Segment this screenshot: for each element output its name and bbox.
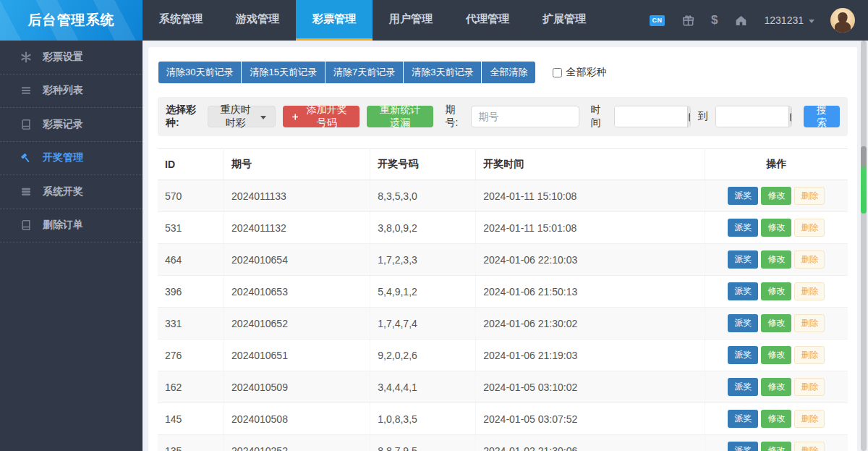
issue-input[interactable]	[471, 106, 579, 127]
sidebar-item[interactable]: 开奖管理	[0, 142, 142, 176]
cell-actions: 派奖修改删除	[705, 244, 848, 276]
all-lottery-checkbox-wrap[interactable]: 全部彩种	[553, 66, 606, 79]
edit-button[interactable]: 修改	[761, 187, 791, 205]
delete-button[interactable]: 删除	[794, 378, 825, 396]
nav-tab[interactable]: 彩票管理	[296, 0, 373, 41]
table-row: 13520240102528,8,7,9,52024-01-02 21:30:0…	[158, 435, 848, 451]
award-button[interactable]: 派奖	[728, 378, 758, 396]
scrollbar-thumb[interactable]	[861, 146, 867, 214]
edit-button[interactable]: 修改	[761, 282, 791, 300]
sidebar-item[interactable]: 系统开奖	[0, 175, 142, 209]
award-button[interactable]: 派奖	[728, 282, 758, 300]
filter-bar: 选择彩种: 重庆时时彩 添加开奖号码 重新统计遗漏 期号: 时间	[158, 97, 848, 136]
table-header-row: ID期号开奖号码开奖时间操作	[158, 149, 848, 180]
server-icon	[20, 185, 32, 198]
award-button[interactable]: 派奖	[728, 314, 758, 332]
delete-button[interactable]: 删除	[794, 442, 825, 451]
clear-records-button[interactable]: 清除7天前记录	[326, 62, 403, 83]
delete-button[interactable]: 删除	[794, 187, 825, 205]
nav-tab[interactable]: 扩展管理	[526, 0, 603, 41]
award-button[interactable]: 派奖	[728, 410, 758, 428]
lottery-type-value: 重庆时时彩	[217, 104, 255, 130]
time-from-input[interactable]	[615, 106, 687, 127]
list-icon	[20, 85, 32, 97]
vertical-scrollbar[interactable]	[861, 41, 867, 451]
table-row: 27620240106519,2,0,2,62024-01-06 21:19:0…	[158, 340, 848, 371]
cell-id: 464	[158, 244, 224, 276]
sidebar-item[interactable]: 删除订单	[0, 209, 142, 243]
user-menu[interactable]: 1231231	[764, 14, 814, 26]
delete-button[interactable]: 删除	[794, 410, 825, 428]
time-label: 时间	[591, 104, 607, 130]
sidebar: 彩票设置彩种列表彩票记录开奖管理系统开奖删除订单	[0, 41, 142, 451]
award-button[interactable]: 派奖	[728, 250, 758, 269]
edit-button[interactable]: 修改	[761, 410, 791, 428]
nav-tab[interactable]: 游戏管理	[219, 0, 296, 41]
delete-button[interactable]: 删除	[794, 314, 825, 332]
cell-actions: 派奖修改删除	[705, 212, 848, 244]
sidebar-item-label: 彩票记录	[43, 118, 83, 131]
add-draw-number-button[interactable]: 添加开奖号码	[283, 106, 359, 127]
table-row: 53120240111323,8,0,9,22024-01-11 15:01:0…	[158, 212, 848, 244]
calendar-icon[interactable]	[687, 106, 691, 127]
clear-records-button[interactable]: 清除15天前记录	[242, 62, 324, 83]
cell-issue: 2024010654	[224, 244, 370, 276]
cell-time: 2024-01-05 03:10:02	[476, 371, 705, 403]
award-button[interactable]: 派奖	[728, 442, 758, 451]
cell-issue: 2024011133	[224, 180, 370, 212]
calendar-icon[interactable]	[788, 106, 792, 127]
clear-records-button[interactable]: 清除30天前记录	[158, 62, 241, 83]
home-icon[interactable]	[733, 13, 748, 28]
edit-button[interactable]: 修改	[761, 442, 791, 451]
dollar-icon[interactable]: $	[711, 13, 718, 28]
edit-button[interactable]: 修改	[761, 378, 791, 396]
lottery-type-select[interactable]: 重庆时时彩	[208, 106, 276, 127]
delete-button[interactable]: 删除	[794, 346, 825, 364]
top-navbar: 后台管理系统 系统管理游戏管理彩票管理用户管理代理管理扩展管理 CN$ 1231…	[0, 0, 868, 41]
to-label: 到	[698, 110, 708, 123]
edit-button[interactable]: 修改	[761, 250, 791, 269]
sidebar-item-label: 开奖管理	[43, 151, 83, 164]
delete-button[interactable]: 删除	[794, 282, 825, 300]
cell-time: 2024-01-06 22:10:03	[476, 244, 705, 276]
nav-tab[interactable]: 系统管理	[142, 0, 219, 41]
nav-tab[interactable]: 代理管理	[449, 0, 526, 41]
cn-language-icon[interactable]: CN	[650, 15, 665, 26]
sidebar-item[interactable]: 彩种列表	[0, 75, 142, 109]
avatar[interactable]	[830, 8, 855, 33]
recount-missing-button[interactable]: 重新统计遗漏	[367, 106, 433, 127]
sidebar-item[interactable]: 彩票设置	[0, 41, 142, 75]
plus-icon	[292, 113, 299, 121]
sidebar-item-label: 删除订单	[43, 219, 83, 232]
award-button[interactable]: 派奖	[728, 346, 758, 364]
nav-tab[interactable]: 用户管理	[373, 0, 449, 41]
cell-id: 276	[158, 340, 224, 371]
column-header: 开奖时间	[476, 149, 705, 180]
clear-records-button[interactable]: 清除3天前记录	[404, 62, 481, 83]
table-row: 57020240111338,3,5,3,02024-01-11 15:10:0…	[158, 180, 848, 212]
cell-id: 145	[158, 403, 224, 435]
cell-numbers: 5,4,9,1,2	[370, 276, 476, 308]
edit-button[interactable]: 修改	[761, 314, 791, 332]
all-lottery-checkbox[interactable]	[553, 68, 562, 77]
edit-button[interactable]: 修改	[761, 219, 791, 237]
award-button[interactable]: 派奖	[728, 187, 758, 205]
cell-actions: 派奖修改删除	[705, 340, 848, 371]
time-to-group	[715, 106, 792, 127]
sidebar-item[interactable]: 彩票记录	[0, 108, 142, 142]
award-button[interactable]: 派奖	[728, 219, 758, 237]
add-draw-number-label: 添加开奖号码	[303, 104, 350, 130]
cell-issue: 2024010653	[224, 276, 370, 308]
delete-button[interactable]: 删除	[794, 219, 825, 237]
edit-button[interactable]: 修改	[761, 346, 791, 364]
cell-numbers: 1,7,2,3,3	[370, 244, 476, 276]
time-to-input[interactable]	[716, 106, 788, 127]
search-button[interactable]: 搜索	[804, 106, 840, 127]
asterisk-icon	[20, 51, 32, 63]
cell-issue: 2024010509	[224, 371, 370, 403]
delete-button[interactable]: 删除	[794, 250, 825, 269]
clear-records-button[interactable]: 全部清除	[482, 62, 535, 83]
issue-label: 期号:	[445, 104, 463, 130]
cell-numbers: 3,8,0,9,2	[370, 212, 476, 244]
gift-icon[interactable]	[681, 13, 695, 28]
